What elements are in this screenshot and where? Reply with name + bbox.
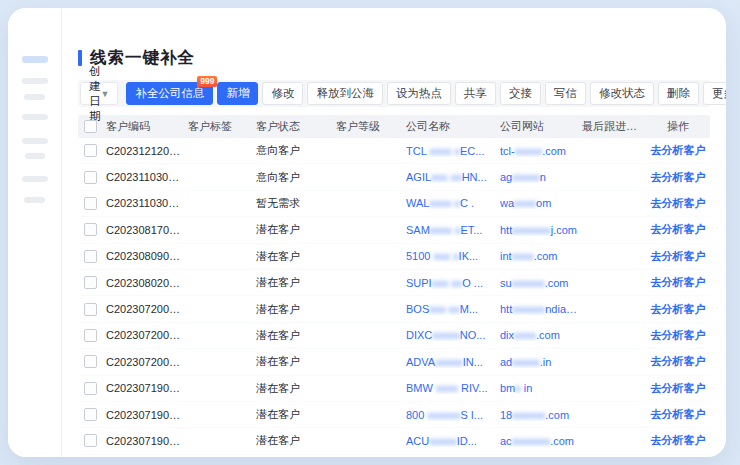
redacted-text: xxxxxxx <box>512 435 551 447</box>
analyze-customer-link[interactable]: 去分析客户 <box>651 408 706 420</box>
toolbar-button[interactable]: 设为热点 <box>387 82 451 105</box>
col-customer-tag: 客户标签 <box>184 119 252 134</box>
customer-code: C202308020001 <box>102 277 184 289</box>
company-name[interactable]: TCL xxxx xEC... <box>402 145 496 157</box>
row-checkbox[interactable] <box>84 408 97 421</box>
company-name[interactable]: DIXCxxxxxNO... <box>402 329 496 341</box>
more-button[interactable]: 更多... ▼ <box>703 82 726 105</box>
toolbar-button[interactable]: 修改状态 <box>590 82 654 105</box>
company-website-link[interactable]: agxxxxxn <box>496 171 578 183</box>
company-name[interactable]: ADVAxxxxxIN... <box>402 356 496 368</box>
row-checkbox[interactable] <box>84 276 97 289</box>
select-all-checkbox[interactable] <box>84 120 97 133</box>
company-website-link[interactable]: tcl-xxxxx.com <box>496 145 578 157</box>
analyze-customer-link[interactable]: 去分析客户 <box>651 355 706 367</box>
company-website-link[interactable]: httxxxxxxndia.... <box>496 303 578 315</box>
analyze-customer-link[interactable]: 去分析客户 <box>651 329 706 341</box>
customer-code: C202307200002 <box>102 329 184 341</box>
analyze-customer-link[interactable]: 去分析客户 <box>651 197 706 209</box>
analyze-customer-link[interactable]: 去分析客户 <box>651 144 706 156</box>
customer-status: 暂无需求 <box>252 196 332 211</box>
company-website-link[interactable]: bmx in <box>496 382 578 394</box>
analyze-customer-link[interactable]: 去分析客户 <box>651 223 706 235</box>
row-checkbox[interactable] <box>84 303 97 316</box>
app-window: 线索一键补全 创建日期 ▼ 补全公司信息 999 新增 修改释放到公海设为热点共… <box>8 8 726 457</box>
toolbar-button[interactable]: 修改 <box>262 82 303 105</box>
toolbar-button[interactable]: 共享 <box>455 82 496 105</box>
more-button-label: 更多... <box>712 86 726 101</box>
analyze-customer-link[interactable]: 去分析客户 <box>651 434 706 446</box>
row-checkbox[interactable] <box>84 197 97 210</box>
row-checkbox[interactable] <box>84 144 97 157</box>
sidebar-placeholder <box>22 138 48 144</box>
company-website-link[interactable]: 18xxxxxx.com <box>496 409 578 421</box>
company-website-link[interactable]: waxxxxom <box>496 197 578 209</box>
table-row: C202308170001潜在客户SAMxxxx xET...httxxxxxx… <box>78 217 710 243</box>
redacted-text: xxx xx <box>431 171 462 183</box>
customer-code: C202311030001 <box>102 197 184 209</box>
redacted-text: xxxxxx <box>512 409 545 421</box>
redacted-text: xxx xx <box>432 277 463 289</box>
redacted-text: xxxxxx <box>512 277 545 289</box>
analyze-customer-link[interactable]: 去分析客户 <box>651 171 706 183</box>
redacted-text: xxxxx <box>512 171 540 183</box>
table-header-row: 客户编码 客户标签 客户状态 客户等级 公司名称 公司网站 最后跟进总结 操作 <box>78 115 710 138</box>
row-checkbox[interactable] <box>84 250 97 263</box>
table-row: C202311030002意向客户AGILxxx xxHN...agxxxxxn… <box>78 164 710 190</box>
row-checkbox[interactable] <box>84 434 97 447</box>
customer-status: 意向客户 <box>252 170 332 185</box>
col-company-website: 公司网站 <box>496 119 578 134</box>
company-name[interactable]: 800 xxxxxxS I... <box>402 409 496 421</box>
company-name[interactable]: WALxxxx xC . <box>402 197 496 209</box>
customer-code: C202307190002 <box>102 409 184 421</box>
company-website-link[interactable]: dixxxxx.com <box>496 329 578 341</box>
row-checkbox[interactable] <box>84 171 97 184</box>
add-button[interactable]: 新增 <box>217 82 258 105</box>
table-row: C202312120001意向客户TCL xxxx xEC...tcl-xxxx… <box>78 138 710 164</box>
company-name[interactable]: SAMxxxx xET... <box>402 224 496 236</box>
col-company-name: 公司名称 <box>402 119 496 134</box>
row-checkbox[interactable] <box>84 355 97 368</box>
company-name[interactable]: AGILxxx xxHN... <box>402 171 496 183</box>
sidebar-item-active[interactable] <box>22 56 48 63</box>
analyze-customer-link[interactable]: 去分析客户 <box>651 250 706 262</box>
analyze-customer-link[interactable]: 去分析客户 <box>651 382 706 394</box>
row-checkbox[interactable] <box>84 382 97 395</box>
company-website-link[interactable]: suxxxxxx.com <box>496 277 578 289</box>
analyze-customer-link[interactable]: 去分析客户 <box>651 303 706 315</box>
company-name[interactable]: SUPIxxx xxO ... <box>402 277 496 289</box>
chevron-down-icon: ▼ <box>101 89 110 99</box>
redacted-text: xxxxx <box>432 329 460 341</box>
customer-status: 潜在客户 <box>252 222 332 237</box>
redacted-text: xxxxx <box>512 356 540 368</box>
table-row: C202307190002潜在客户800 xxxxxxS I...18xxxxx… <box>78 402 710 428</box>
company-name[interactable]: BOSxxx xxM... <box>402 303 496 315</box>
row-checkbox[interactable] <box>84 223 97 236</box>
company-name[interactable]: 5100 xxx xIK... <box>402 250 496 262</box>
company-name[interactable]: BMW xxxx RIV... <box>402 382 496 394</box>
complete-company-info-label: 补全公司信息 <box>135 86 204 101</box>
toolbar-button[interactable]: 删除 <box>658 82 699 105</box>
company-website-link[interactable]: acxxxxxxx.com <box>496 435 578 447</box>
count-badge: 999 <box>197 76 217 87</box>
toolbar-button[interactable]: 写信 <box>545 82 586 105</box>
customer-status: 潜在客户 <box>252 302 332 317</box>
title-accent-bar <box>78 50 82 66</box>
analyze-customer-link[interactable]: 去分析客户 <box>651 276 706 288</box>
company-website-link[interactable]: adxxxxx.in <box>496 356 578 368</box>
table-row: C202307190001潜在客户ACUxxxxxID...acxxxxxxx.… <box>78 428 710 454</box>
toolbar-button[interactable]: 释放到公海 <box>307 82 383 105</box>
company-name[interactable]: ACUxxxxxID... <box>402 435 496 447</box>
row-checkbox[interactable] <box>84 329 97 342</box>
customer-status: 潜在客户 <box>252 433 332 448</box>
customer-code: C202307200003 <box>102 303 184 315</box>
created-date-filter[interactable]: 创建日期 ▼ <box>80 82 118 105</box>
company-website-link[interactable]: intxxxx.com <box>496 250 578 262</box>
customer-code: C202308170001 <box>102 224 184 236</box>
redacted-text: xxxx x <box>429 197 460 209</box>
toolbar-button[interactable]: 交接 <box>500 82 541 105</box>
customer-code: C202308090001 <box>102 250 184 262</box>
table-row: C202311030001暂无需求WALxxxx xC .waxxxxom去分析… <box>78 191 710 217</box>
company-website-link[interactable]: httxxxxxxxj.com <box>496 224 578 236</box>
complete-company-info-button[interactable]: 补全公司信息 999 <box>126 82 213 105</box>
